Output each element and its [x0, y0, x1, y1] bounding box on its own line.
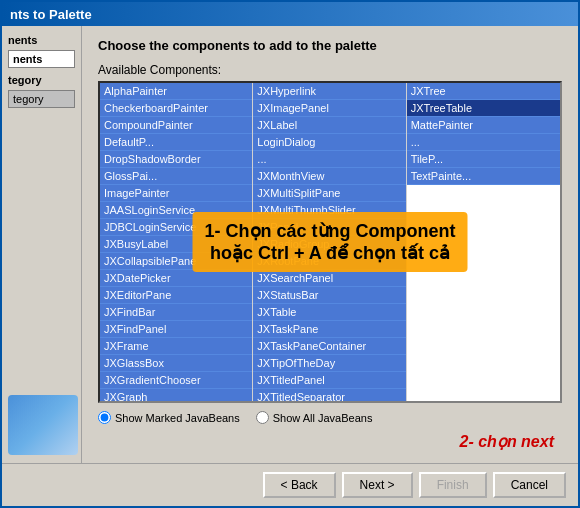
sidebar-bottom [8, 387, 75, 455]
dialog-body: nents nents tegory tegory Choose the com… [2, 26, 578, 463]
list-item[interactable]: TileP... [407, 151, 560, 168]
list-item[interactable]: ... [253, 151, 405, 168]
list-item[interactable]: DefaultP... [100, 134, 252, 151]
left-sidebar: nents nents tegory tegory [2, 26, 82, 463]
list-item[interactable]: JXTaskPaneContainer [253, 338, 405, 355]
list-item[interactable]: JXTitledPanel [253, 372, 405, 389]
title-bar: nts to Palette [2, 2, 578, 26]
list-item[interactable]: JXEditorPane [100, 287, 252, 304]
list-item[interactable]: JXRadioGroup [253, 236, 405, 253]
list-item[interactable]: JXImagePanel [253, 100, 405, 117]
radio-marked-label: Show Marked JavaBeans [115, 412, 240, 424]
list-item[interactable]: JXTreeTable [407, 100, 560, 117]
list-item[interactable]: JXTipOfTheDay [253, 355, 405, 372]
list-item[interactable]: JXHyperlink [253, 83, 405, 100]
list-item[interactable]: JXFindBar [100, 304, 252, 321]
list-item[interactable]: CompoundPainter [100, 117, 252, 134]
component-column-2: JXHyperlink JXImagePanel JXLabel LoginDi… [253, 83, 406, 401]
list-item[interactable]: JXTree [407, 83, 560, 100]
list-item[interactable]: JXBusyLabel [100, 236, 252, 253]
list-item[interactable]: JXDatePicker [100, 270, 252, 287]
list-item[interactable]: JXTitledSeparator [253, 389, 405, 401]
list-item[interactable]: JXGradientChooser [100, 372, 252, 389]
list-item[interactable]: JXCollapsiblePane [100, 253, 252, 270]
back-button[interactable]: < Back [263, 472, 336, 498]
list-item[interactable]: LoginDialog [253, 134, 405, 151]
radio-all-input[interactable] [256, 411, 269, 424]
list-item[interactable]: JXFindPanel [100, 321, 252, 338]
sidebar-wave-decoration [8, 395, 78, 455]
list-item[interactable]: JXMultiSplitPane [253, 185, 405, 202]
list-item[interactable]: JXTable [253, 304, 405, 321]
finish-button[interactable]: Finish [419, 472, 487, 498]
list-item[interactable]: JXStatusBar [253, 287, 405, 304]
component-column-1: AlphaPainter CheckerboardPainter Compoun… [100, 83, 253, 401]
list-item[interactable]: JDBCLoginService [100, 219, 252, 236]
sidebar-components-label: nents [8, 34, 75, 46]
sidebar-item-components[interactable]: nents [8, 50, 75, 68]
list-item[interactable]: ... [407, 134, 560, 151]
list-item[interactable]: JAASLoginService [100, 202, 252, 219]
list-item[interactable]: AlphaPainter [100, 83, 252, 100]
list-item[interactable]: JXFrame [100, 338, 252, 355]
list-item[interactable]: JXSearchPanel [253, 270, 405, 287]
list-item[interactable]: CheckerboardPainter [100, 100, 252, 117]
section-title: Choose the components to add to the pale… [98, 38, 562, 53]
radio-marked-input[interactable] [98, 411, 111, 424]
list-item[interactable]: TextPainte... [407, 168, 560, 185]
available-label: Available Components: [98, 63, 562, 77]
title-text: nts to Palette [10, 7, 92, 22]
components-grid: AlphaPainter CheckerboardPainter Compoun… [100, 83, 560, 401]
list-item[interactable]: JXGlassBox [100, 355, 252, 372]
components-list-container[interactable]: AlphaPainter CheckerboardPainter Compoun… [98, 81, 562, 403]
radio-show-marked[interactable]: Show Marked JavaBeans [98, 411, 240, 424]
radio-all-label: Show All JavaBeans [273, 412, 373, 424]
list-item[interactable]: GlossPai... [100, 168, 252, 185]
cancel-button[interactable]: Cancel [493, 472, 566, 498]
sidebar-category-label: tegory [8, 74, 75, 86]
component-column-3: JXTree JXTreeTable MattePainter ... Tile… [407, 83, 560, 401]
dialog-window: nts to Palette nents nents tegory tegory… [0, 0, 580, 508]
sidebar-item-category[interactable]: tegory [8, 90, 75, 108]
next-button[interactable]: Next > [342, 472, 413, 498]
list-item[interactable]: ImagePainter [100, 185, 252, 202]
instruction-text: 2- chọn next [98, 432, 562, 451]
list-item[interactable]: JXMultiThumbSlider [253, 202, 405, 219]
button-row: < Back Next > Finish Cancel [2, 463, 578, 506]
list-item[interactable]: JXMonthView [253, 168, 405, 185]
list-item[interactable]: DropShadowBorder [100, 151, 252, 168]
list-item[interactable]: JXRootPane [253, 253, 405, 270]
radio-show-all[interactable]: Show All JavaBeans [256, 411, 373, 424]
list-item[interactable]: JXPanel [253, 219, 405, 236]
radio-row: Show Marked JavaBeans Show All JavaBeans [98, 411, 562, 424]
list-item[interactable]: JXTaskPane [253, 321, 405, 338]
list-item[interactable]: JXGraph [100, 389, 252, 401]
list-item[interactable]: MattePainter [407, 117, 560, 134]
list-item[interactable]: JXLabel [253, 117, 405, 134]
main-content: Choose the components to add to the pale… [82, 26, 578, 463]
